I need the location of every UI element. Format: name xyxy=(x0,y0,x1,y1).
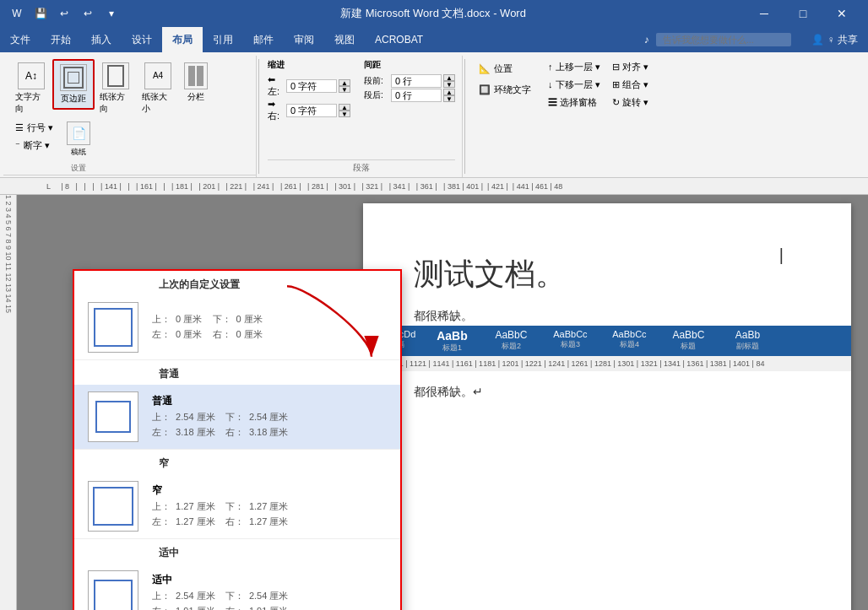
narrow-info: 窄 上： 1.27 厘米 下： 1.27 厘米左： 1.27 厘米 右： 1.2… xyxy=(152,483,387,529)
wrap-text-icon: 🔲 xyxy=(479,84,491,95)
hyphenation-btn[interactable]: ⁻断字 ▾ xyxy=(10,138,58,154)
spacing-before-input[interactable] xyxy=(391,74,442,88)
tab-design[interactable]: 设计 xyxy=(122,27,162,52)
last-custom-item[interactable]: 上： 0 厘米 下： 0 厘米左： 0 厘米 右： 0 厘米 xyxy=(74,295,400,360)
tab-insert[interactable]: 插入 xyxy=(81,27,122,52)
tab-home[interactable]: 开始 xyxy=(41,27,81,52)
share-icon: 👤 xyxy=(811,34,824,46)
spacing-section: 间距 段前: ▲ ▼ 段后: ▲ ▼ xyxy=(364,59,455,123)
style-subtitle-text: AaBb xyxy=(735,329,760,341)
tab-view[interactable]: 视图 xyxy=(324,27,365,52)
style-heading2-text: AaBbC xyxy=(495,329,527,341)
text-direction-icon: A↕ xyxy=(18,62,45,89)
document-area[interactable]: 上次的自定义设置 上： 0 厘米 下： 0 厘米左： 0 厘米 右： 0 厘米 … xyxy=(17,195,868,610)
spacing-before-row: 段前: ▲ ▼ xyxy=(364,74,455,88)
normal-preview xyxy=(88,391,138,442)
spacing-before-down[interactable]: ▼ xyxy=(443,81,455,88)
indent-left-down[interactable]: ▼ xyxy=(339,86,350,93)
doc-text-1[interactable]: 都很稀缺。 xyxy=(414,309,800,324)
style-title-label: 标题 xyxy=(681,341,696,352)
style-heading2-label: 标题2 xyxy=(502,341,521,352)
tab-file[interactable]: 文件 xyxy=(0,27,41,52)
columns-label: 分栏 xyxy=(187,91,204,103)
tab-references[interactable]: 引用 xyxy=(203,27,243,52)
redo-btn[interactable]: ↩ xyxy=(78,3,98,24)
indent-left-spinner: ▲ ▼ xyxy=(339,79,350,93)
narrow-name: 窄 xyxy=(152,483,387,498)
tab-review[interactable]: 审阅 xyxy=(284,27,324,52)
spacing-after-spinner: ▲ ▼ xyxy=(443,89,455,102)
moderate-item[interactable]: 适中 上： 2.54 厘米 下： 2.54 厘米左： 1.91 厘米 右： 1.… xyxy=(74,564,400,610)
arrange-col3: ⊟ 对齐 ▾ ⊞ 组合 ▾ ↻ 旋转 ▾ xyxy=(607,59,654,111)
group-btn[interactable]: ⊞ 组合 ▾ xyxy=(607,77,654,93)
spacing-before-label: 段前: xyxy=(364,75,389,87)
draft-btn[interactable]: 📄 稿纸 xyxy=(62,118,95,161)
more-btn[interactable]: ▾ xyxy=(101,3,122,24)
indent-right-input[interactable] xyxy=(286,104,337,117)
minimize-btn[interactable]: ─ xyxy=(745,0,784,27)
position-btn[interactable]: 📐 位置 xyxy=(474,59,541,78)
hyphenation-icon: ⁻ xyxy=(15,140,20,151)
settings-label: 设置 xyxy=(71,163,86,174)
style-heading3[interactable]: AaBbCc 标题3 xyxy=(540,327,599,355)
spacing-after-row: 段后: ▲ ▼ xyxy=(364,89,455,102)
last-custom-preview xyxy=(88,302,138,353)
tab-layout[interactable]: 布局 xyxy=(162,27,203,52)
columns-btn[interactable]: 分栏 xyxy=(179,59,213,106)
ribbon: 文件 开始 插入 设计 布局 引用 邮件 审阅 视图 ACROBAT ♪ 👤 ♀… xyxy=(0,27,868,178)
paper-orientation-label: 纸张方向 xyxy=(100,91,132,115)
indent-right-down[interactable]: ▼ xyxy=(339,111,350,117)
save-btn[interactable]: 💾 xyxy=(30,3,51,24)
style-title[interactable]: AaBbC 标题 xyxy=(659,327,718,355)
align-btn[interactable]: ⊟ 对齐 ▾ xyxy=(607,59,654,75)
page-margin-btn[interactable]: 页边距 xyxy=(52,59,95,110)
share-btn[interactable]: 👤 ♀ 共享 xyxy=(801,27,868,52)
style-subtitle[interactable]: AaBb 副标题 xyxy=(718,327,777,355)
style-heading4-label: 标题4 xyxy=(620,339,639,350)
rotate-btn[interactable]: ↻ 旋转 ▾ xyxy=(607,94,654,111)
columns-icon xyxy=(184,62,208,89)
moderate-title: 适中 xyxy=(74,539,400,564)
spacing-after-label: 段后: xyxy=(364,89,389,101)
search-input[interactable] xyxy=(656,33,791,46)
inline-ruler: | 8| 1101 | 1121 | 1141 | 1161 | 1181 | … xyxy=(363,356,851,371)
send-backward-btn[interactable]: ↓ 下移一层 ▾ xyxy=(543,77,605,93)
quick-access-toolbar: W 💾 ↩ ↩ ▾ xyxy=(7,3,122,24)
style-heading1[interactable]: AaBb 标题1 xyxy=(422,327,481,355)
indent-left-row: ⬅左: ▲ ▼ xyxy=(268,74,350,98)
tab-mailings[interactable]: 邮件 xyxy=(243,27,284,52)
indent-left-input[interactable] xyxy=(286,79,337,93)
document-title[interactable]: 测试文档。 xyxy=(414,254,800,295)
paper-orientation-btn[interactable]: 纸张方向 xyxy=(95,59,137,118)
bring-forward-btn[interactable]: ↑ 上移一层 ▾ xyxy=(543,59,605,75)
paper-size-btn[interactable]: A4 纸张大小 xyxy=(137,59,179,118)
draft-label: 稿纸 xyxy=(71,147,86,158)
draft-group: 📄 稿纸 设置 xyxy=(62,118,95,174)
margin-dropdown: 上次的自定义设置 上： 0 厘米 下： 0 厘米左： 0 厘米 右： 0 厘米 … xyxy=(73,269,402,610)
line-numbers-btn[interactable]: ☰行号 ▾ xyxy=(10,120,58,136)
spacing-after-down[interactable]: ▼ xyxy=(443,95,455,102)
indent-group: 缩进 ⬅左: ▲ ▼ ➡右: ▲ ▼ xyxy=(261,56,463,177)
spacing-after-input[interactable] xyxy=(391,89,442,102)
doc-text-2[interactable]: 都很稀缺。↵ xyxy=(414,385,800,400)
last-custom-values: 上： 0 厘米 下： 0 厘米左： 0 厘米 右： 0 厘米 xyxy=(152,312,387,342)
normal-info: 普通 上： 2.54 厘米 下： 2.54 厘米左： 3.18 厘米 右： 3.… xyxy=(152,394,387,440)
normal-item[interactable]: 普通 上： 2.54 厘米 下： 2.54 厘米左： 3.18 厘米 右： 3.… xyxy=(74,385,400,450)
word-icon: W xyxy=(7,3,27,24)
undo-btn[interactable]: ↩ xyxy=(54,3,74,24)
style-heading2[interactable]: AaBbC 标题2 xyxy=(481,327,540,355)
text-direction-btn[interactable]: A↕ 文字方向 xyxy=(10,59,52,118)
close-btn[interactable]: ✕ xyxy=(822,0,861,27)
position-label: 位置 xyxy=(494,62,513,75)
page-setup-group: A↕ 文字方向 页边距 纸张方向 A4 xyxy=(3,56,257,177)
tab-acrobat[interactable]: ACROBAT xyxy=(365,27,433,52)
indent-right-row: ➡右: ▲ ▼ xyxy=(268,99,350,122)
narrow-preview-inner xyxy=(93,487,133,526)
maximize-btn[interactable]: □ xyxy=(784,0,822,27)
wrap-text-btn[interactable]: 🔲 环绕文字 xyxy=(474,80,541,100)
selection-pane-btn[interactable]: ☰ 选择窗格 xyxy=(543,94,605,111)
style-heading4[interactable]: AaBbCc 标题4 xyxy=(599,327,659,355)
narrow-item[interactable]: 窄 上： 1.27 厘米 下： 1.27 厘米左： 1.27 厘米 右： 1.2… xyxy=(74,474,400,539)
vruler-content: 1 2 3 4 5 6 7 8 9 10 11 12 13 14 15 xyxy=(4,195,13,313)
normal-values: 上： 2.54 厘米 下： 2.54 厘米左： 3.18 厘米 右： 3.18 … xyxy=(152,410,387,440)
